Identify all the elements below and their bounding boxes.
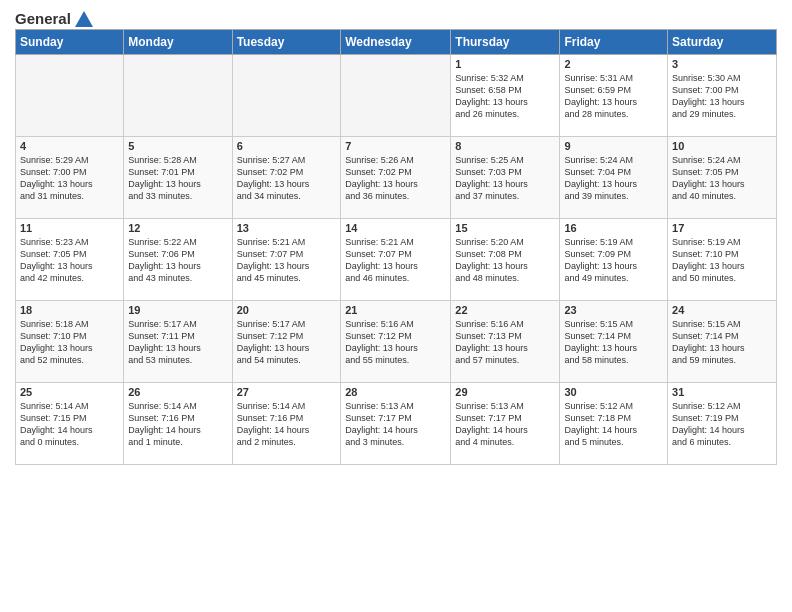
day-info: Sunrise: 5:18 AM Sunset: 7:10 PM Dayligh… bbox=[20, 318, 119, 367]
day-info: Sunrise: 5:14 AM Sunset: 7:16 PM Dayligh… bbox=[237, 400, 337, 449]
calendar-day-cell: 26Sunrise: 5:14 AM Sunset: 7:16 PM Dayli… bbox=[124, 383, 232, 465]
day-info: Sunrise: 5:21 AM Sunset: 7:07 PM Dayligh… bbox=[345, 236, 446, 285]
day-number: 19 bbox=[128, 304, 227, 316]
calendar-day-cell: 29Sunrise: 5:13 AM Sunset: 7:17 PM Dayli… bbox=[451, 383, 560, 465]
day-info: Sunrise: 5:16 AM Sunset: 7:13 PM Dayligh… bbox=[455, 318, 555, 367]
day-info: Sunrise: 5:31 AM Sunset: 6:59 PM Dayligh… bbox=[564, 72, 663, 121]
day-number: 22 bbox=[455, 304, 555, 316]
calendar-day-cell: 13Sunrise: 5:21 AM Sunset: 7:07 PM Dayli… bbox=[232, 219, 341, 301]
calendar-day-cell: 24Sunrise: 5:15 AM Sunset: 7:14 PM Dayli… bbox=[668, 301, 777, 383]
calendar-day-cell: 5Sunrise: 5:28 AM Sunset: 7:01 PM Daylig… bbox=[124, 137, 232, 219]
calendar-day-cell: 20Sunrise: 5:17 AM Sunset: 7:12 PM Dayli… bbox=[232, 301, 341, 383]
day-number: 14 bbox=[345, 222, 446, 234]
calendar-table: SundayMondayTuesdayWednesdayThursdayFrid… bbox=[15, 29, 777, 465]
day-info: Sunrise: 5:30 AM Sunset: 7:00 PM Dayligh… bbox=[672, 72, 772, 121]
day-number: 29 bbox=[455, 386, 555, 398]
day-number: 9 bbox=[564, 140, 663, 152]
day-info: Sunrise: 5:32 AM Sunset: 6:58 PM Dayligh… bbox=[455, 72, 555, 121]
day-number: 10 bbox=[672, 140, 772, 152]
day-number: 21 bbox=[345, 304, 446, 316]
logo-icon bbox=[75, 11, 93, 27]
calendar-day-cell: 16Sunrise: 5:19 AM Sunset: 7:09 PM Dayli… bbox=[560, 219, 668, 301]
day-number: 11 bbox=[20, 222, 119, 234]
calendar-day-cell: 3Sunrise: 5:30 AM Sunset: 7:00 PM Daylig… bbox=[668, 55, 777, 137]
day-number: 30 bbox=[564, 386, 663, 398]
weekday-header: Sunday bbox=[16, 30, 124, 55]
calendar-day-cell: 28Sunrise: 5:13 AM Sunset: 7:17 PM Dayli… bbox=[341, 383, 451, 465]
day-info: Sunrise: 5:28 AM Sunset: 7:01 PM Dayligh… bbox=[128, 154, 227, 203]
day-info: Sunrise: 5:27 AM Sunset: 7:02 PM Dayligh… bbox=[237, 154, 337, 203]
day-info: Sunrise: 5:21 AM Sunset: 7:07 PM Dayligh… bbox=[237, 236, 337, 285]
calendar-day-cell bbox=[16, 55, 124, 137]
day-info: Sunrise: 5:26 AM Sunset: 7:02 PM Dayligh… bbox=[345, 154, 446, 203]
calendar-day-cell bbox=[232, 55, 341, 137]
calendar-day-cell: 7Sunrise: 5:26 AM Sunset: 7:02 PM Daylig… bbox=[341, 137, 451, 219]
calendar-header-row: SundayMondayTuesdayWednesdayThursdayFrid… bbox=[16, 30, 777, 55]
weekday-header: Saturday bbox=[668, 30, 777, 55]
logo-general: General bbox=[15, 10, 71, 27]
day-info: Sunrise: 5:17 AM Sunset: 7:11 PM Dayligh… bbox=[128, 318, 227, 367]
calendar-day-cell: 17Sunrise: 5:19 AM Sunset: 7:10 PM Dayli… bbox=[668, 219, 777, 301]
day-number: 7 bbox=[345, 140, 446, 152]
day-number: 16 bbox=[564, 222, 663, 234]
calendar-day-cell: 25Sunrise: 5:14 AM Sunset: 7:15 PM Dayli… bbox=[16, 383, 124, 465]
calendar-day-cell: 23Sunrise: 5:15 AM Sunset: 7:14 PM Dayli… bbox=[560, 301, 668, 383]
day-info: Sunrise: 5:23 AM Sunset: 7:05 PM Dayligh… bbox=[20, 236, 119, 285]
calendar-day-cell: 4Sunrise: 5:29 AM Sunset: 7:00 PM Daylig… bbox=[16, 137, 124, 219]
day-info: Sunrise: 5:17 AM Sunset: 7:12 PM Dayligh… bbox=[237, 318, 337, 367]
day-number: 2 bbox=[564, 58, 663, 70]
day-info: Sunrise: 5:14 AM Sunset: 7:15 PM Dayligh… bbox=[20, 400, 119, 449]
weekday-header: Tuesday bbox=[232, 30, 341, 55]
day-number: 13 bbox=[237, 222, 337, 234]
day-info: Sunrise: 5:29 AM Sunset: 7:00 PM Dayligh… bbox=[20, 154, 119, 203]
calendar-day-cell: 14Sunrise: 5:21 AM Sunset: 7:07 PM Dayli… bbox=[341, 219, 451, 301]
calendar-day-cell: 8Sunrise: 5:25 AM Sunset: 7:03 PM Daylig… bbox=[451, 137, 560, 219]
calendar-day-cell: 10Sunrise: 5:24 AM Sunset: 7:05 PM Dayli… bbox=[668, 137, 777, 219]
svg-marker-0 bbox=[75, 11, 93, 27]
calendar-week-row: 25Sunrise: 5:14 AM Sunset: 7:15 PM Dayli… bbox=[16, 383, 777, 465]
day-info: Sunrise: 5:15 AM Sunset: 7:14 PM Dayligh… bbox=[672, 318, 772, 367]
day-number: 25 bbox=[20, 386, 119, 398]
calendar-week-row: 18Sunrise: 5:18 AM Sunset: 7:10 PM Dayli… bbox=[16, 301, 777, 383]
day-number: 15 bbox=[455, 222, 555, 234]
day-number: 27 bbox=[237, 386, 337, 398]
day-number: 20 bbox=[237, 304, 337, 316]
calendar-week-row: 1Sunrise: 5:32 AM Sunset: 6:58 PM Daylig… bbox=[16, 55, 777, 137]
day-number: 23 bbox=[564, 304, 663, 316]
weekday-header: Monday bbox=[124, 30, 232, 55]
calendar-day-cell: 12Sunrise: 5:22 AM Sunset: 7:06 PM Dayli… bbox=[124, 219, 232, 301]
calendar-week-row: 4Sunrise: 5:29 AM Sunset: 7:00 PM Daylig… bbox=[16, 137, 777, 219]
calendar-day-cell: 6Sunrise: 5:27 AM Sunset: 7:02 PM Daylig… bbox=[232, 137, 341, 219]
day-number: 24 bbox=[672, 304, 772, 316]
day-info: Sunrise: 5:25 AM Sunset: 7:03 PM Dayligh… bbox=[455, 154, 555, 203]
calendar-day-cell: 11Sunrise: 5:23 AM Sunset: 7:05 PM Dayli… bbox=[16, 219, 124, 301]
day-info: Sunrise: 5:12 AM Sunset: 7:18 PM Dayligh… bbox=[564, 400, 663, 449]
calendar-day-cell: 9Sunrise: 5:24 AM Sunset: 7:04 PM Daylig… bbox=[560, 137, 668, 219]
day-info: Sunrise: 5:13 AM Sunset: 7:17 PM Dayligh… bbox=[455, 400, 555, 449]
calendar-day-cell: 1Sunrise: 5:32 AM Sunset: 6:58 PM Daylig… bbox=[451, 55, 560, 137]
weekday-header: Friday bbox=[560, 30, 668, 55]
day-info: Sunrise: 5:19 AM Sunset: 7:10 PM Dayligh… bbox=[672, 236, 772, 285]
day-number: 8 bbox=[455, 140, 555, 152]
day-number: 12 bbox=[128, 222, 227, 234]
day-info: Sunrise: 5:19 AM Sunset: 7:09 PM Dayligh… bbox=[564, 236, 663, 285]
weekday-header: Wednesday bbox=[341, 30, 451, 55]
day-info: Sunrise: 5:16 AM Sunset: 7:12 PM Dayligh… bbox=[345, 318, 446, 367]
calendar-day-cell bbox=[341, 55, 451, 137]
day-number: 18 bbox=[20, 304, 119, 316]
day-info: Sunrise: 5:24 AM Sunset: 7:04 PM Dayligh… bbox=[564, 154, 663, 203]
day-number: 3 bbox=[672, 58, 772, 70]
day-info: Sunrise: 5:15 AM Sunset: 7:14 PM Dayligh… bbox=[564, 318, 663, 367]
day-number: 6 bbox=[237, 140, 337, 152]
calendar-day-cell: 21Sunrise: 5:16 AM Sunset: 7:12 PM Dayli… bbox=[341, 301, 451, 383]
calendar-day-cell: 30Sunrise: 5:12 AM Sunset: 7:18 PM Dayli… bbox=[560, 383, 668, 465]
day-info: Sunrise: 5:22 AM Sunset: 7:06 PM Dayligh… bbox=[128, 236, 227, 285]
day-info: Sunrise: 5:24 AM Sunset: 7:05 PM Dayligh… bbox=[672, 154, 772, 203]
weekday-header: Thursday bbox=[451, 30, 560, 55]
calendar-week-row: 11Sunrise: 5:23 AM Sunset: 7:05 PM Dayli… bbox=[16, 219, 777, 301]
day-info: Sunrise: 5:12 AM Sunset: 7:19 PM Dayligh… bbox=[672, 400, 772, 449]
day-info: Sunrise: 5:14 AM Sunset: 7:16 PM Dayligh… bbox=[128, 400, 227, 449]
day-number: 5 bbox=[128, 140, 227, 152]
logo: General bbox=[15, 10, 93, 25]
day-number: 31 bbox=[672, 386, 772, 398]
